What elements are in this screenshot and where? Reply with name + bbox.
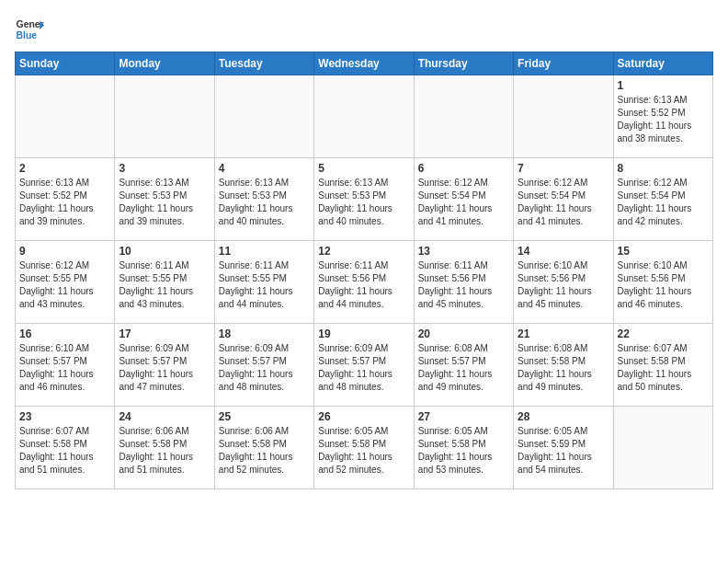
day-info: Sunrise: 6:06 AM Sunset: 5:58 PM Dayligh…	[219, 425, 310, 477]
day-number: 10	[119, 245, 210, 258]
calendar-week-3: 16Sunrise: 6:10 AM Sunset: 5:57 PM Dayli…	[16, 324, 713, 407]
calendar-cell: 18Sunrise: 6:09 AM Sunset: 5:57 PM Dayli…	[214, 324, 313, 407]
day-number: 5	[318, 162, 409, 175]
calendar-cell: 17Sunrise: 6:09 AM Sunset: 5:57 PM Dayli…	[115, 324, 214, 407]
calendar-week-2: 9Sunrise: 6:12 AM Sunset: 5:55 PM Daylig…	[16, 241, 713, 324]
day-number: 27	[418, 410, 509, 423]
day-info: Sunrise: 6:07 AM Sunset: 5:58 PM Dayligh…	[19, 425, 110, 477]
calendar-cell: 10Sunrise: 6:11 AM Sunset: 5:55 PM Dayli…	[115, 241, 214, 324]
day-info: Sunrise: 6:06 AM Sunset: 5:58 PM Dayligh…	[119, 425, 210, 477]
calendar-cell	[214, 75, 313, 158]
day-info: Sunrise: 6:11 AM Sunset: 5:56 PM Dayligh…	[318, 259, 409, 311]
day-number: 18	[219, 327, 310, 340]
svg-text:Blue: Blue	[17, 30, 38, 40]
logo-icon: General Blue	[15, 15, 44, 44]
calendar-cell: 6Sunrise: 6:12 AM Sunset: 5:54 PM Daylig…	[414, 158, 513, 241]
calendar-cell: 24Sunrise: 6:06 AM Sunset: 5:58 PM Dayli…	[115, 407, 214, 489]
day-info: Sunrise: 6:11 AM Sunset: 5:56 PM Dayligh…	[418, 259, 509, 311]
day-number: 19	[318, 327, 409, 340]
calendar-cell: 11Sunrise: 6:11 AM Sunset: 5:55 PM Dayli…	[214, 241, 313, 324]
calendar-cell: 27Sunrise: 6:05 AM Sunset: 5:58 PM Dayli…	[414, 407, 513, 489]
day-header-thursday: Thursday	[414, 52, 513, 75]
day-number: 14	[518, 245, 609, 258]
day-number: 28	[518, 410, 609, 423]
day-number: 22	[618, 327, 709, 340]
day-header-tuesday: Tuesday	[214, 52, 313, 75]
day-info: Sunrise: 6:11 AM Sunset: 5:55 PM Dayligh…	[119, 259, 210, 311]
calendar-table: SundayMondayTuesdayWednesdayThursdayFrid…	[15, 52, 713, 489]
day-number: 15	[618, 245, 709, 258]
calendar-cell: 19Sunrise: 6:09 AM Sunset: 5:57 PM Dayli…	[314, 324, 414, 407]
calendar-cell	[514, 75, 613, 158]
day-info: Sunrise: 6:05 AM Sunset: 5:58 PM Dayligh…	[318, 425, 409, 477]
calendar-cell: 5Sunrise: 6:13 AM Sunset: 5:53 PM Daylig…	[314, 158, 414, 241]
day-number: 23	[19, 410, 110, 423]
day-number: 12	[318, 245, 409, 258]
day-info: Sunrise: 6:09 AM Sunset: 5:57 PM Dayligh…	[219, 342, 310, 394]
day-info: Sunrise: 6:07 AM Sunset: 5:58 PM Dayligh…	[618, 342, 709, 394]
day-info: Sunrise: 6:09 AM Sunset: 5:57 PM Dayligh…	[318, 342, 409, 394]
calendar-cell: 4Sunrise: 6:13 AM Sunset: 5:53 PM Daylig…	[214, 158, 313, 241]
calendar-cell	[115, 75, 214, 158]
day-number: 24	[119, 410, 210, 423]
day-number: 11	[219, 245, 310, 258]
calendar-cell	[613, 407, 712, 489]
calendar-cell: 8Sunrise: 6:12 AM Sunset: 5:54 PM Daylig…	[613, 158, 712, 241]
day-info: Sunrise: 6:13 AM Sunset: 5:52 PM Dayligh…	[618, 94, 709, 145]
day-number: 21	[518, 327, 609, 340]
day-header-sunday: Sunday	[16, 52, 115, 75]
calendar-cell: 20Sunrise: 6:08 AM Sunset: 5:57 PM Dayli…	[414, 324, 513, 407]
day-info: Sunrise: 6:09 AM Sunset: 5:57 PM Dayligh…	[119, 342, 210, 394]
logo: General Blue	[15, 15, 44, 44]
calendar-cell	[414, 75, 513, 158]
day-header-friday: Friday	[514, 52, 613, 75]
calendar-week-1: 2Sunrise: 6:13 AM Sunset: 5:52 PM Daylig…	[16, 158, 713, 241]
day-info: Sunrise: 6:12 AM Sunset: 5:55 PM Dayligh…	[19, 259, 110, 311]
calendar-week-4: 23Sunrise: 6:07 AM Sunset: 5:58 PM Dayli…	[16, 407, 713, 489]
page-header: General Blue	[15, 15, 713, 44]
day-info: Sunrise: 6:10 AM Sunset: 5:57 PM Dayligh…	[19, 342, 110, 394]
day-number: 20	[418, 327, 509, 340]
calendar-cell: 23Sunrise: 6:07 AM Sunset: 5:58 PM Dayli…	[16, 407, 115, 489]
calendar-cell: 25Sunrise: 6:06 AM Sunset: 5:58 PM Dayli…	[214, 407, 313, 489]
calendar-header-row: SundayMondayTuesdayWednesdayThursdayFrid…	[16, 52, 713, 75]
day-number: 16	[19, 327, 110, 340]
calendar-cell: 28Sunrise: 6:05 AM Sunset: 5:59 PM Dayli…	[514, 407, 613, 489]
day-info: Sunrise: 6:08 AM Sunset: 5:58 PM Dayligh…	[518, 342, 609, 394]
day-number: 9	[19, 245, 110, 258]
day-header-saturday: Saturday	[613, 52, 712, 75]
day-number: 2	[19, 162, 110, 175]
day-info: Sunrise: 6:05 AM Sunset: 5:59 PM Dayligh…	[518, 425, 609, 477]
calendar-cell: 2Sunrise: 6:13 AM Sunset: 5:52 PM Daylig…	[16, 158, 115, 241]
day-number: 17	[119, 327, 210, 340]
day-info: Sunrise: 6:13 AM Sunset: 5:52 PM Dayligh…	[19, 177, 110, 228]
day-number: 4	[219, 162, 310, 175]
calendar-cell: 26Sunrise: 6:05 AM Sunset: 5:58 PM Dayli…	[314, 407, 414, 489]
day-info: Sunrise: 6:13 AM Sunset: 5:53 PM Dayligh…	[318, 177, 409, 228]
calendar-cell	[16, 75, 115, 158]
day-number: 6	[418, 162, 509, 175]
day-info: Sunrise: 6:10 AM Sunset: 5:56 PM Dayligh…	[518, 259, 609, 311]
calendar-cell: 22Sunrise: 6:07 AM Sunset: 5:58 PM Dayli…	[613, 324, 712, 407]
day-number: 26	[318, 410, 409, 423]
calendar-cell: 12Sunrise: 6:11 AM Sunset: 5:56 PM Dayli…	[314, 241, 414, 324]
day-info: Sunrise: 6:13 AM Sunset: 5:53 PM Dayligh…	[219, 177, 310, 228]
day-number: 7	[518, 162, 609, 175]
calendar-cell: 1Sunrise: 6:13 AM Sunset: 5:52 PM Daylig…	[613, 75, 712, 158]
day-number: 25	[219, 410, 310, 423]
day-header-monday: Monday	[115, 52, 214, 75]
day-number: 13	[418, 245, 509, 258]
day-number: 8	[618, 162, 709, 175]
day-info: Sunrise: 6:05 AM Sunset: 5:58 PM Dayligh…	[418, 425, 509, 477]
day-header-wednesday: Wednesday	[314, 52, 414, 75]
day-info: Sunrise: 6:12 AM Sunset: 5:54 PM Dayligh…	[518, 177, 609, 228]
day-number: 3	[119, 162, 210, 175]
calendar-cell	[314, 75, 414, 158]
day-info: Sunrise: 6:08 AM Sunset: 5:57 PM Dayligh…	[418, 342, 509, 394]
calendar-cell: 14Sunrise: 6:10 AM Sunset: 5:56 PM Dayli…	[514, 241, 613, 324]
day-info: Sunrise: 6:13 AM Sunset: 5:53 PM Dayligh…	[119, 177, 210, 228]
day-info: Sunrise: 6:12 AM Sunset: 5:54 PM Dayligh…	[618, 177, 709, 228]
calendar-cell: 16Sunrise: 6:10 AM Sunset: 5:57 PM Dayli…	[16, 324, 115, 407]
day-info: Sunrise: 6:12 AM Sunset: 5:54 PM Dayligh…	[418, 177, 509, 228]
calendar-cell: 7Sunrise: 6:12 AM Sunset: 5:54 PM Daylig…	[514, 158, 613, 241]
